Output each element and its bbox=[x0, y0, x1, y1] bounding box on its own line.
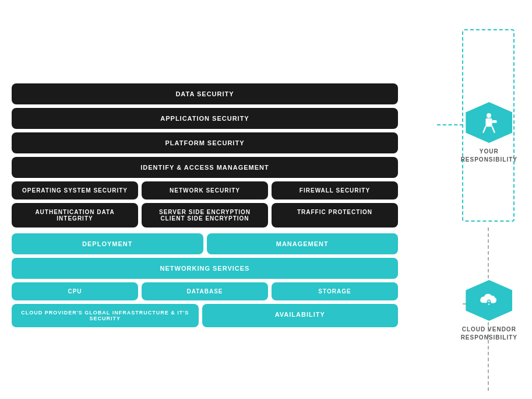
database-label: DATABASE bbox=[186, 288, 223, 295]
application-security-row: APPLICATION SECURITY bbox=[12, 108, 398, 129]
three-col-row-1: OPERATING SYSTEM SECURITY NETWORK SECURI… bbox=[12, 181, 398, 200]
firewall-security-label: FIREWALL SECURITY bbox=[300, 187, 370, 194]
platform-security-row: PLATFORM SECURITY bbox=[12, 132, 398, 153]
identity-access-row: IDENTIFY & ACCESS MANAGEMENT bbox=[12, 157, 398, 178]
traffic-protection-label: TRAFFIC PROTECTION bbox=[297, 209, 372, 215]
svg-line-3 bbox=[484, 127, 486, 132]
cpu-db-storage-row: CPU DATABASE STORAGE bbox=[12, 282, 398, 300]
cloud-vendor-hex: CLOUD VENDORRESPONSIBILITY bbox=[461, 280, 517, 342]
cpu-row: CPU bbox=[12, 282, 138, 300]
left-panel: DATA SECURITY APPLICATION SECURITY PLATF… bbox=[12, 83, 404, 327]
data-security-label: DATA SECURITY bbox=[175, 90, 234, 97]
cloud-infra-row: CLOUD PROVIDER'S GLOBAL INFRASTRUCTURE &… bbox=[12, 304, 199, 327]
identity-access-label: IDENTIFY & ACCESS MANAGEMENT bbox=[140, 164, 269, 171]
your-responsibility-label: YOURRESPONSIBILITY bbox=[461, 148, 517, 164]
svg-line-4 bbox=[492, 127, 495, 132]
your-responsibility-hexagon bbox=[466, 102, 512, 143]
management-row: MANAGEMENT bbox=[207, 233, 399, 254]
cloud-vendor-hexagon bbox=[466, 280, 512, 321]
deployment-row: DEPLOYMENT bbox=[12, 233, 203, 254]
layout: DATA SECURITY APPLICATION SECURITY PLATF… bbox=[6, 6, 526, 399]
right-panel: YOURRESPONSIBILITY CLOUD VENDORRESPONSIB… bbox=[404, 18, 520, 393]
main-container: DATA SECURITY APPLICATION SECURITY PLATF… bbox=[6, 6, 526, 399]
os-security-row: OPERATING SYSTEM SECURITY bbox=[12, 181, 138, 200]
os-security-label: OPERATING SYSTEM SECURITY bbox=[22, 187, 128, 194]
your-responsibility-hex: YOURRESPONSIBILITY bbox=[461, 102, 517, 164]
cloud-vendor-label: CLOUD VENDORRESPONSIBILITY bbox=[461, 326, 517, 342]
application-security-label: APPLICATION SECURITY bbox=[160, 115, 249, 122]
data-security-row: DATA SECURITY bbox=[12, 83, 398, 104]
database-row: DATABASE bbox=[142, 282, 268, 300]
cloud-lock-icon bbox=[477, 289, 501, 312]
connector-top bbox=[437, 124, 463, 125]
svg-rect-1 bbox=[486, 118, 492, 127]
person-icon bbox=[477, 111, 501, 134]
cloud-avail-row: CLOUD PROVIDER'S GLOBAL INFRASTRUCTURE &… bbox=[12, 304, 398, 327]
cpu-label: CPU bbox=[68, 288, 82, 295]
platform-security-label: PLATFORM SECURITY bbox=[165, 139, 245, 146]
network-security-row: NETWORK SECURITY bbox=[142, 181, 268, 200]
availability-row: AVAILABILITY bbox=[202, 304, 399, 327]
traffic-protection-row: TRAFFIC PROTECTION bbox=[272, 203, 398, 228]
svg-rect-2 bbox=[492, 120, 497, 123]
dark-section: DATA SECURITY APPLICATION SECURITY PLATF… bbox=[12, 83, 398, 228]
authentication-row: AUTHENTICATION DATA INTEGRITY bbox=[12, 203, 138, 228]
availability-label: AVAILABILITY bbox=[275, 311, 325, 318]
networking-row: NETWORKING SERVICES bbox=[12, 258, 398, 279]
authentication-label: AUTHENTICATION DATA INTEGRITY bbox=[35, 209, 114, 222]
storage-label: STORAGE bbox=[318, 288, 351, 295]
networking-label: NETWORKING SERVICES bbox=[160, 265, 250, 272]
storage-row: STORAGE bbox=[272, 282, 398, 300]
svg-point-0 bbox=[487, 113, 491, 118]
deployment-label: DEPLOYMENT bbox=[82, 240, 132, 247]
three-col-row-2: AUTHENTICATION DATA INTEGRITY SERVER SID… bbox=[12, 203, 398, 228]
management-label: MANAGEMENT bbox=[276, 240, 329, 247]
cloud-infra-label: CLOUD PROVIDER'S GLOBAL INFRASTRUCTURE &… bbox=[21, 310, 189, 321]
server-encryption-row: SERVER SIDE ENCRYPTION CLIENT SIDE ENCRY… bbox=[142, 203, 268, 228]
network-security-label: NETWORK SECURITY bbox=[170, 187, 240, 194]
svg-point-6 bbox=[488, 303, 489, 304]
firewall-security-row: FIREWALL SECURITY bbox=[272, 181, 398, 200]
teal-section: DEPLOYMENT MANAGEMENT NETWORKING SERVICE… bbox=[12, 233, 398, 327]
server-encryption-label: SERVER SIDE ENCRYPTION CLIENT SIDE ENCRY… bbox=[159, 209, 251, 222]
deploy-manage-row: DEPLOYMENT MANAGEMENT bbox=[12, 233, 398, 254]
